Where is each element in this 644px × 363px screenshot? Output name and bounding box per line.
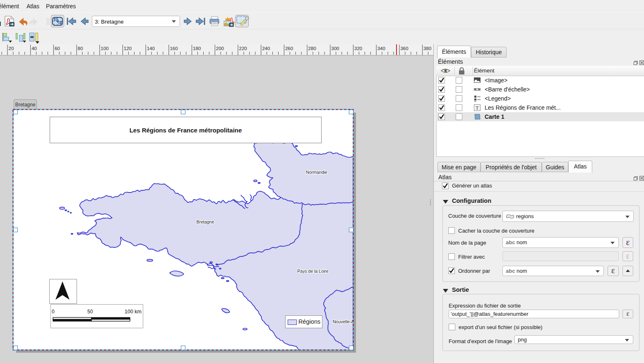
svg-text:40: 40 xyxy=(31,46,37,51)
svg-text:260: 260 xyxy=(285,46,293,51)
svg-text:380: 380 xyxy=(423,46,431,51)
svg-text:180: 180 xyxy=(193,46,201,51)
svg-text:140: 140 xyxy=(147,46,155,51)
svg-text:340: 340 xyxy=(377,46,385,51)
svg-text:300: 300 xyxy=(331,46,339,51)
svg-text:280: 280 xyxy=(308,46,316,51)
svg-text:60: 60 xyxy=(55,46,60,51)
svg-text:320: 320 xyxy=(354,46,362,51)
svg-text:360: 360 xyxy=(400,46,408,51)
svg-text:200: 200 xyxy=(216,46,224,51)
svg-text:3: Bretagne: 3: Bretagne xyxy=(95,19,124,25)
svg-text:160: 160 xyxy=(170,46,178,51)
svg-text:80: 80 xyxy=(78,46,83,51)
svg-text:T: T xyxy=(476,105,479,111)
svg-text:240: 240 xyxy=(262,46,270,51)
svg-text:220: 220 xyxy=(239,46,247,51)
svg-text:120: 120 xyxy=(124,46,132,51)
svg-text:20: 20 xyxy=(9,46,14,51)
svg-text:100: 100 xyxy=(101,46,108,51)
